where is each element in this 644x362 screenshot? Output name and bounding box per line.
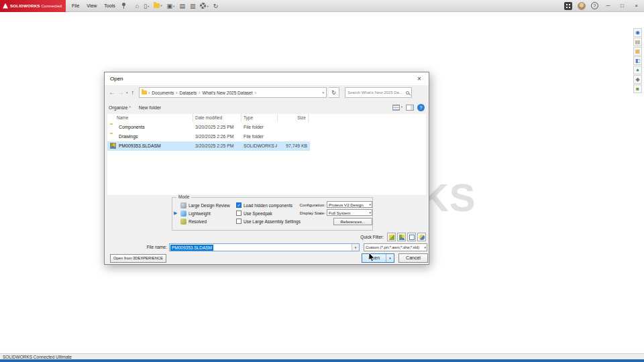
file-list: Components3/20/2025 2:25 PMFile folderDr…	[107, 123, 426, 151]
configuration-select[interactable]: Proteus V2 Design▾	[327, 201, 372, 208]
open-split-button: Open ▾	[362, 253, 394, 263]
apps-grid-icon[interactable]	[564, 2, 572, 10]
settings-icon[interactable]: ▾	[200, 3, 208, 9]
active-mode-arrow-icon: ▶	[174, 210, 177, 216]
save-icon[interactable]: ▣▾	[167, 3, 175, 9]
menu-tools[interactable]: Tools	[104, 3, 115, 8]
filter-top-level-assemblies[interactable]	[417, 233, 426, 241]
ds-logo-icon	[3, 3, 8, 9]
open-from-3dexperience-button[interactable]: Open from 3DEXPERIENCE	[110, 254, 166, 263]
column-header-name[interactable]: Name	[109, 114, 193, 122]
menu-view[interactable]: View	[87, 3, 97, 8]
refresh-icon[interactable]: ↻	[329, 87, 339, 98]
user-avatar[interactable]	[578, 2, 586, 10]
file-list-area: NameDate modifiedTypeSize Components3/20…	[107, 114, 426, 195]
mode-checkboxes: ✓Load hidden componentsUse SpeedpakUse L…	[236, 201, 301, 225]
menu-file[interactable]: File	[72, 3, 79, 8]
new-folder-button[interactable]: New folder	[139, 105, 161, 110]
mode-option-large-design-review[interactable]: Large Design Review	[180, 201, 230, 209]
address-dropdown-icon[interactable]: ▾	[323, 90, 325, 95]
display-state-select[interactable]: Full System▾	[327, 209, 372, 216]
file-type-select[interactable]: Custom (*.prt;*.asm;*.drw;*.sld) ▾	[364, 243, 427, 251]
home-icon[interactable]: ⌂	[136, 3, 139, 9]
titlebar: SOLIDWORKS Connected FileViewTools ⌂▯▾▾▣…	[0, 0, 644, 12]
restore-button[interactable]: □	[618, 0, 627, 12]
column-header-date-modified[interactable]: Date modified	[193, 114, 241, 122]
mode-option-resolved[interactable]: Resolved	[180, 217, 230, 225]
filter-drawings[interactable]	[407, 233, 416, 241]
mode-option-lightweight[interactable]: ▶Lightweight	[180, 209, 230, 217]
file-name-dropdown-icon[interactable]: ▾	[352, 244, 359, 251]
preview-pane-icon[interactable]	[406, 105, 414, 111]
brand-name: SOLIDWORKS	[10, 3, 40, 8]
cancel-button[interactable]: Cancel	[398, 253, 428, 263]
quick-filter-row: Quick Filter:	[105, 233, 426, 241]
appearances-icon[interactable]: ●	[633, 66, 642, 74]
checkbox-load-hidden-components[interactable]: ✓Load hidden components	[236, 201, 301, 209]
large-design-review-icon	[180, 202, 186, 208]
application-window: SOLIDWORKS Connected FileViewTools ⌂▯▾▾▣…	[0, 0, 644, 362]
resolved-icon	[180, 219, 186, 225]
search-placeholder: Search What's New 2025 Da...	[347, 90, 405, 95]
file-explorer-icon[interactable]: ▦	[633, 47, 642, 56]
settings-icon-shape	[200, 3, 206, 9]
dialog-command-bar: Organize▾ New folder ▾ ?	[109, 102, 425, 113]
print-icon[interactable]: ▤	[179, 3, 185, 9]
breadcrumb-bar[interactable]: › Documents›Datasets›What's New 2025 Dat…	[139, 87, 327, 98]
checkbox-use-large-assembly-settings[interactable]: Use Large Assembly Settings	[236, 217, 301, 225]
file-row-components[interactable]: Components3/20/2025 2:25 PMFile folder	[107, 123, 310, 132]
file-name-label: File name:	[140, 245, 167, 249]
chevron-down-icon: ▾	[369, 202, 371, 208]
3dexperience-icon[interactable]: ◉	[633, 28, 642, 37]
forward-icon[interactable]: →	[117, 89, 124, 96]
column-header-type[interactable]: Type	[241, 114, 278, 122]
search-box[interactable]: Search What's New 2025 Da...	[345, 87, 412, 98]
checkbox-use-speedpak[interactable]: Use Speedpak	[236, 209, 301, 217]
file-name-input[interactable]: PM009353.SLDASM ▾	[169, 243, 360, 251]
rebuild-icon[interactable]: ↻	[213, 3, 219, 9]
file-row-drawings[interactable]: Drawings3/20/2025 2:26 PMFile folder	[107, 132, 310, 141]
dialog-help-icon[interactable]: ?	[417, 104, 425, 111]
column-header-size[interactable]: Size	[278, 114, 309, 122]
pin-icon[interactable]	[121, 2, 126, 9]
references-button[interactable]: References...	[333, 218, 372, 225]
breadcrumb-item-what-s-new-2025-dataset[interactable]: What's New 2025 Dataset	[202, 90, 254, 95]
minimize-button[interactable]: ─	[604, 0, 612, 12]
paste-icon[interactable]: ▥	[190, 3, 196, 9]
list-view-icon	[392, 105, 400, 111]
breadcrumb-item-datasets[interactable]: Datasets	[179, 90, 198, 95]
close-button[interactable]: ×	[632, 0, 641, 12]
back-icon[interactable]: ←	[109, 89, 115, 96]
view-palette-icon[interactable]: ◧	[633, 56, 642, 65]
up-icon[interactable]: ↑	[131, 90, 135, 96]
mouse-cursor	[368, 253, 376, 262]
breadcrumb-item-documents[interactable]: Documents	[151, 90, 174, 95]
chevron-down-icon: ▾	[173, 4, 174, 9]
file-type-value: Custom (*.prt;*.asm;*.drw;*.sld)	[366, 245, 419, 249]
recent-locations-icon[interactable]: ▾	[126, 90, 128, 95]
file-name-value: PM009353.SLDASM	[170, 245, 213, 251]
breadcrumb: Documents›Datasets›What's New 2025 Datas…	[151, 90, 256, 95]
configuration-label: Configuration:	[297, 202, 325, 207]
dialog-close-icon[interactable]: ×	[410, 72, 429, 85]
new-document-icon[interactable]: ▯▾	[144, 3, 149, 9]
checkbox-box: ✓	[236, 202, 241, 208]
filter-parts[interactable]	[387, 233, 396, 241]
filter-assemblies[interactable]	[397, 233, 406, 241]
help-icon[interactable]: ?	[591, 2, 598, 9]
design-library-icon[interactable]: ▤	[633, 38, 642, 46]
open-document-icon[interactable]: ▾	[154, 3, 162, 9]
dialog-title: Open	[110, 76, 123, 82]
search-icon	[406, 91, 409, 95]
breadcrumb-chevron-icon: ›	[176, 90, 177, 95]
forum-icon[interactable]: ■	[633, 84, 642, 93]
titlebar-right: ? ─ □ ×	[564, 0, 644, 12]
dialog-titlebar[interactable]: Open ×	[105, 72, 429, 85]
change-view-button[interactable]: ▾	[392, 105, 402, 111]
file-row-pm009353-sldasm[interactable]: PM009353.SLDASM3/20/2025 2:25 PMSOLIDWOR…	[107, 141, 310, 151]
filter-assemblies-icon	[399, 235, 405, 240]
open-dropdown-icon[interactable]: ▾	[386, 254, 394, 262]
organize-button[interactable]: Organize▾	[109, 105, 131, 110]
custom-properties-icon[interactable]: ◆	[633, 75, 642, 84]
configuration-row: Configuration: Proteus V2 Design▾	[297, 200, 372, 208]
